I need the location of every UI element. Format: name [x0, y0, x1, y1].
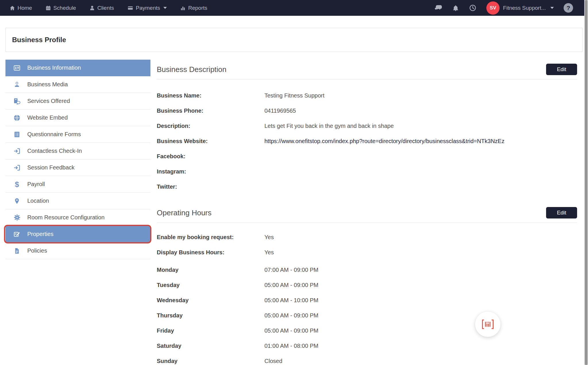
- day-label: Friday: [157, 327, 264, 334]
- page-title-card: Business Profile: [5, 28, 583, 52]
- business-description-title: Business Description: [157, 65, 227, 74]
- sidebar-item-session-feedback[interactable]: Session Feedback: [5, 159, 150, 176]
- sidebar-item-business-media[interactable]: Business Media: [5, 76, 150, 93]
- day-row-sunday: Sunday Closed: [157, 354, 577, 365]
- field-row-business-name: Business Name: Testing Fitness Support: [157, 88, 577, 103]
- sidebar-item-label: Room Resource Configuration: [27, 214, 105, 221]
- list-icon: [13, 131, 21, 138]
- field-value: Testing Fitness Support: [264, 92, 324, 99]
- weekly-hours-list: Monday 07:00 AM - 09:00 PM Tuesday 05:00…: [157, 262, 577, 365]
- day-row-wednesday: Wednesday 05:00 AM - 10:00 PM: [157, 293, 577, 308]
- sign-in-icon: [13, 164, 21, 171]
- field-row-description: Description: Lets get Fit you back in th…: [157, 118, 577, 134]
- edit-icon: [13, 231, 21, 238]
- field-label: Facebook:: [157, 153, 264, 160]
- day-label: Sunday: [157, 358, 264, 364]
- sidebar-item-label: Business Information: [27, 65, 81, 71]
- sidebar-item-location[interactable]: Location: [5, 193, 150, 209]
- day-hours: 05:00 AM - 10:00 PM: [264, 297, 318, 304]
- operating-hours-title: Operating Hours: [157, 208, 212, 217]
- home-icon: [9, 5, 15, 11]
- nav-schedule[interactable]: Schedule: [45, 5, 76, 11]
- edit-operating-hours-button[interactable]: Edit: [546, 207, 577, 218]
- id-card-icon: [13, 65, 21, 71]
- setting-label: Enable my booking request:: [157, 234, 264, 241]
- day-label: Saturday: [157, 343, 264, 349]
- nav-reports-label: Reports: [188, 5, 207, 11]
- edit-business-description-button[interactable]: Edit: [546, 64, 577, 75]
- sidebar-item-contactless-check-in[interactable]: Contactless Check-In: [5, 143, 150, 159]
- user-icon: [13, 81, 21, 88]
- day-hours: Closed: [264, 358, 282, 364]
- history-icon[interactable]: [469, 4, 477, 12]
- nav-utilities: SV Fitness Support... ?: [434, 1, 573, 15]
- business-website-link[interactable]: https://www.onefitstop.com/index.php?rou…: [264, 138, 504, 145]
- barcode-scan-icon: [481, 319, 494, 330]
- map-pin-icon: [13, 197, 21, 205]
- sidebar-item-room-resource-configuration[interactable]: Room Resource Configuration: [5, 209, 150, 226]
- sign-in-icon: [13, 148, 21, 155]
- section-header: Business Description Edit: [157, 60, 577, 75]
- help-icon[interactable]: ?: [564, 3, 573, 13]
- day-row-friday: Friday 05:00 AM - 09:00 PM: [157, 323, 577, 338]
- scrollbar-thumb[interactable]: [585, 0, 587, 365]
- notifications-icon[interactable]: [452, 4, 459, 12]
- day-label: Wednesday: [157, 297, 264, 304]
- day-row-thursday: Thursday 05:00 AM - 09:00 PM: [157, 308, 577, 323]
- messages-icon[interactable]: [434, 4, 442, 12]
- day-hours: 05:00 AM - 09:00 PM: [264, 282, 318, 288]
- setting-value: Yes: [264, 234, 274, 241]
- chevron-down-icon: [550, 7, 554, 9]
- field-value: 0411969565: [264, 108, 296, 114]
- field-label: Business Name:: [157, 92, 264, 99]
- field-label: Description:: [157, 123, 264, 129]
- nav-home-label: Home: [18, 5, 32, 11]
- scan-widget-button[interactable]: [475, 312, 500, 337]
- sidebar-item-label: Services Offered: [27, 98, 70, 104]
- day-row-saturday: Saturday 01:00 AM - 08:00 PM: [157, 338, 577, 354]
- globe-icon: [13, 114, 21, 122]
- divider: [157, 222, 577, 223]
- field-row-instagram: Instagram:: [157, 164, 577, 179]
- day-label: Thursday: [157, 312, 264, 319]
- field-label: Instagram:: [157, 168, 264, 175]
- nav-clients[interactable]: Clients: [89, 5, 114, 11]
- page-scrollbar[interactable]: [584, 0, 588, 365]
- nav-reports[interactable]: Reports: [180, 5, 207, 11]
- sidebar-item-label: Session Feedback: [27, 164, 75, 171]
- page-title: Business Profile: [12, 36, 66, 44]
- field-label: Business Website:: [157, 138, 264, 145]
- person-icon: [89, 5, 95, 11]
- sidebar-item-label: Policies: [27, 247, 47, 254]
- sidebar-item-label: Business Media: [27, 81, 68, 88]
- nav-home[interactable]: Home: [9, 5, 32, 11]
- settings-sidebar: Business Information Business Media Serv…: [5, 60, 150, 259]
- field-label: Twitter:: [157, 184, 264, 190]
- setting-label: Display Business Hours:: [157, 249, 264, 256]
- sidebar-item-business-information[interactable]: Business Information: [5, 60, 150, 76]
- operating-hours-settings: Enable my booking request: Yes Display B…: [157, 230, 577, 260]
- document-chat-icon: [13, 98, 21, 105]
- nav-payments[interactable]: Payments: [127, 5, 167, 11]
- annotation-highlight: [4, 225, 151, 243]
- sidebar-item-properties[interactable]: Properties: [5, 226, 150, 243]
- content-area: Business Information Business Media Serv…: [0, 60, 588, 365]
- sidebar-item-label: Website Embed: [27, 114, 68, 121]
- sidebar-item-label: Location: [27, 198, 49, 204]
- day-row-monday: Monday 07:00 AM - 09:00 PM: [157, 262, 577, 278]
- setting-row-booking-request: Enable my booking request: Yes: [157, 230, 577, 245]
- sidebar-item-label: Contactless Check-In: [27, 148, 82, 154]
- sidebar-item-payroll[interactable]: $ Payroll: [5, 176, 150, 193]
- sidebar-item-services-offered[interactable]: Services Offered: [5, 93, 150, 110]
- day-hours: 01:00 AM - 08:00 PM: [264, 343, 318, 349]
- section-header: Operating Hours Edit: [157, 203, 577, 218]
- business-description-fields: Business Name: Testing Fitness Support B…: [157, 88, 577, 194]
- avatar[interactable]: SV: [486, 1, 500, 15]
- sidebar-item-policies[interactable]: Policies: [5, 243, 150, 259]
- user-menu[interactable]: SV Fitness Support...: [486, 1, 554, 15]
- dollar-icon: $: [13, 181, 21, 188]
- sidebar-item-website-embed[interactable]: Website Embed: [5, 110, 150, 126]
- sidebar-item-questionnaire-forms[interactable]: Questionnaire Forms: [5, 126, 150, 143]
- day-hours: 05:00 AM - 09:00 PM: [264, 327, 318, 334]
- sidebar-item-label: Questionnaire Forms: [27, 131, 81, 138]
